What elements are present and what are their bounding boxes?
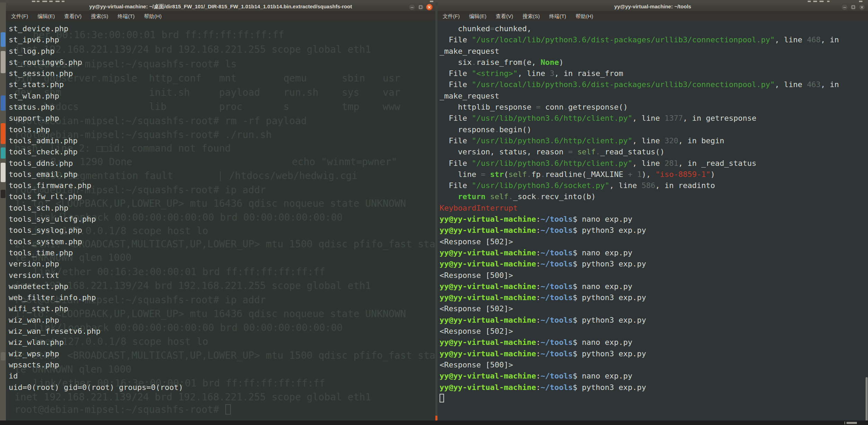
menu-item-4[interactable]: 终端(T) [118, 13, 134, 20]
terminal-text-segment: getresponse() [568, 103, 628, 111]
launcher-icon-sliver[interactable] [1, 352, 6, 360]
maximize-button[interactable] [850, 4, 857, 10]
terminal-text-segment: = [568, 147, 573, 156]
bottom-bar-item[interactable] [847, 422, 857, 424]
terminal-text-segment: $ python3 exp.py [573, 260, 646, 268]
panel-fragment [49, 1, 53, 2]
right-menubar: 文件(F)编辑(E)查看(V)搜索(S)终端(T)帮助(H) [437, 12, 868, 21]
terminal-text-segment: ) [559, 58, 563, 67]
launcher-icon-sliver[interactable] [1, 123, 6, 144]
terminal-line [440, 393, 868, 404]
terminal-line: yy@yy-virtual-machine:~/tools$ nano exp.… [440, 214, 868, 225]
menu-item-5[interactable]: 帮助(H) [144, 13, 162, 20]
menu-item-1[interactable]: 编辑(E) [469, 13, 486, 20]
menu-item-2[interactable]: 查看(V) [496, 13, 513, 20]
menu-item-5[interactable]: 帮助(H) [575, 13, 593, 20]
terminal-text-segment: yy@yy-virtual-machine [440, 383, 536, 392]
terminal-text-segment: return [458, 192, 485, 201]
terminal-text-segment: + [628, 170, 632, 179]
terminal-text-segment [632, 170, 637, 179]
terminal-line: yy@yy-virtual-machine:~/tools$ nano exp.… [440, 371, 868, 382]
panel-fragment [55, 1, 60, 2]
terminal-text-segment: : [536, 248, 540, 257]
right-scrollbar-thumb[interactable] [866, 377, 868, 420]
terminal-line: <Response [502]> [440, 303, 868, 314]
menu-item-2[interactable]: 查看(V) [64, 13, 81, 20]
terminal-line: st_ipv6.php [9, 34, 435, 45]
terminal-line: line = str(self.fp.readline(_MAXLINE + 1… [440, 169, 868, 180]
menu-item-0[interactable]: 文件(F) [443, 13, 460, 20]
terminal-line: st_log.php [9, 46, 435, 57]
terminal-line: yy@yy-virtual-machine:~/tools$ nano exp.… [440, 247, 868, 258]
left-titlebar[interactable]: yy@yy-virtual-machine: ~/桌面/dir815_FW_10… [6, 2, 435, 12]
terminal-text-segment: . [564, 103, 568, 111]
terminal-text-segment: str [490, 170, 504, 179]
terminal-text-segment: , in _read_status [678, 159, 756, 168]
left-terminal[interactable]: her 00:16:3e:00:00:01 brd ff:ff:ff:ff:ff… [6, 21, 435, 420]
right-terminal-window: yy@yy-virtual-machine: ~/tools −× 文件(F)编… [437, 2, 868, 420]
terminal-text-segment: self [577, 147, 596, 156]
menu-item-4[interactable]: 终端(T) [549, 13, 566, 20]
launcher-icon-sliver[interactable] [1, 147, 6, 159]
minimize-button[interactable]: − [841, 4, 848, 10]
menu-item-3[interactable]: 搜索(S) [91, 13, 108, 20]
top-panel [0, 0, 868, 2]
terminal-text-segment: 281 [665, 159, 678, 168]
right-titlebar[interactable]: yy@yy-virtual-machine: ~/tools −× [437, 2, 868, 12]
terminal-text-segment: , in [821, 80, 839, 89]
bottom-bar-item[interactable] [844, 422, 845, 424]
terminal-line: <Response [500]> [440, 270, 868, 281]
terminal-line: wpsacts.php [9, 359, 435, 371]
maximize-button[interactable] [417, 4, 424, 10]
terminal-text-segment: _make_request [440, 92, 499, 100]
terminal-text-segment: , in getresponse [683, 114, 756, 122]
terminal-text-segment: 320 [665, 136, 678, 145]
right-terminal[interactable]: chunked=chunked, File "/usr/local/lib/py… [437, 21, 868, 420]
terminal-line: yy@yy-virtual-machine:~/tools$ python3 e… [440, 382, 868, 393]
terminal-line: support.php [9, 113, 435, 124]
terminal-text-segment: 1 [637, 170, 642, 179]
menu-item-0[interactable]: 文件(F) [11, 13, 28, 20]
terminal-line: chunked=chunked, [440, 23, 868, 34]
terminal-text-segment: $ python3 exp.py [573, 383, 646, 392]
menu-item-3[interactable]: 搜索(S) [522, 13, 540, 20]
launcher-icon-sliver[interactable] [1, 190, 6, 198]
close-button[interactable]: × [426, 4, 433, 10]
left-menubar: 文件(F)编辑(E)查看(V)搜索(S)终端(T)帮助(H) [6, 12, 435, 21]
terminal-text-segment: yy@yy-virtual-machine [440, 338, 536, 347]
terminal-text-segment: line [440, 170, 481, 179]
terminal-text-segment: ~/tools [540, 372, 573, 380]
minimize-button[interactable]: − [409, 4, 415, 10]
launcher-icon-sliver[interactable] [1, 95, 6, 111]
terminal-text-segment: $ nano exp.py [573, 372, 632, 380]
terminal-text-segment: ~/tools [540, 282, 573, 291]
menu-item-1[interactable]: 编辑(E) [37, 13, 55, 20]
terminal-text-segment: $ nano exp.py [573, 338, 632, 347]
terminal-text-segment: , line [609, 181, 642, 190]
terminal-text-segment: yy@yy-virtual-machine [440, 349, 536, 358]
terminal-text-segment: $ nano exp.py [573, 215, 632, 223]
terminal-line: tools_fw_rlt.php [9, 191, 435, 202]
launcher-icon-sliver[interactable] [1, 163, 6, 182]
terminal-line: st_wlan.php [9, 91, 435, 102]
terminal-text-segment: ~/tools [540, 226, 573, 235]
terminal-line: yy@yy-virtual-machine:~/tools$ python3 e… [440, 348, 868, 359]
launcher-icon-sliver[interactable] [1, 51, 6, 73]
close-button[interactable]: × [859, 4, 865, 10]
terminal-text-segment [485, 192, 490, 201]
terminal-text-segment: None [540, 58, 559, 67]
terminal-text-segment: yy@yy-virtual-machine [440, 215, 536, 223]
terminal-text-segment: response [440, 125, 495, 134]
terminal-line: yy@yy-virtual-machine:~/tools$ python3 e… [440, 292, 868, 303]
terminal-line: wandetect.php [9, 281, 435, 292]
panel-fragment [42, 1, 47, 2]
terminal-text-segment: <Response [502]> [440, 237, 513, 246]
terminal-line: tools_sch.php [9, 203, 435, 214]
launcher-icon-sliver[interactable] [1, 32, 6, 47]
unity-launcher[interactable] [0, 2, 6, 420]
terminal-line: _make_request [440, 46, 868, 57]
terminal-line: tools_email.php [9, 169, 435, 180]
terminal-line: return self._sock.recv_into(b) [440, 191, 868, 202]
terminal-text-segment: , in readinto [656, 181, 715, 190]
terminal-text-segment: . [509, 192, 513, 201]
